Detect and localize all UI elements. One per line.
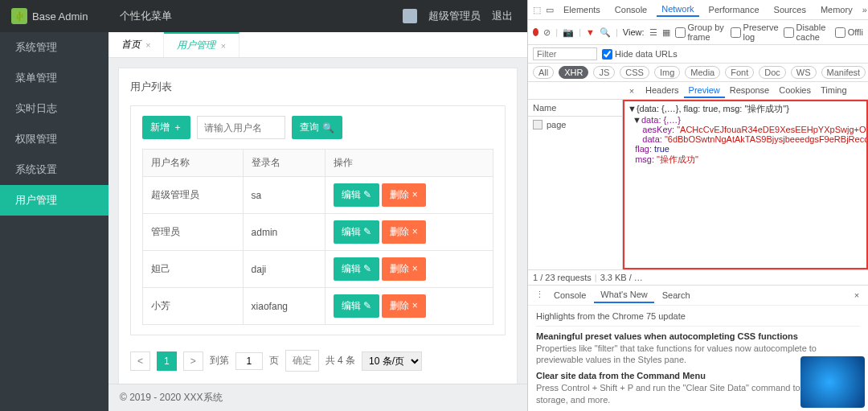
disable-cache-checkbox[interactable]: Disable cache xyxy=(784,23,830,42)
subtab-headers[interactable]: Headers xyxy=(641,84,684,98)
filter-icon[interactable]: ▼ xyxy=(586,27,595,38)
user-table: 用户名称 登录名 操作 超级管理员sa编辑 ✎ 删除 ×管理员admin编辑 ✎… xyxy=(142,149,493,325)
delete-button[interactable]: 删除 × xyxy=(382,294,425,318)
group-frame-checkbox[interactable]: Group by frame xyxy=(675,23,726,42)
more-tabs-icon[interactable]: » xyxy=(862,4,867,15)
footer: © 2019 - 2020 XXX系统 xyxy=(108,384,527,411)
pager-page-1[interactable]: 1 xyxy=(157,351,177,371)
filter-pill-ws[interactable]: WS xyxy=(791,66,817,79)
filter-pill-all[interactable]: All xyxy=(533,66,554,79)
subtab-timing[interactable]: Timing xyxy=(816,84,852,98)
search-icon: 🔍 xyxy=(322,122,334,134)
offline-checkbox[interactable]: Offli xyxy=(835,27,863,38)
delete-button[interactable]: 删除 × xyxy=(382,220,425,244)
nav-custom-menu[interactable]: 个性化菜单 xyxy=(108,9,183,23)
file-icon xyxy=(533,120,542,129)
devtab-performance[interactable]: Performance xyxy=(704,3,764,16)
add-button[interactable]: 新增＋ xyxy=(142,116,190,139)
pager-next[interactable]: > xyxy=(183,351,203,371)
cell-login: daji xyxy=(243,251,325,288)
device-icon[interactable]: ▭ xyxy=(546,4,554,15)
table-row: 小芳xiaofang编辑 ✎ 删除 × xyxy=(143,288,493,325)
edit-button[interactable]: 编辑 ✎ xyxy=(334,257,379,281)
sidebar-item-perm[interactable]: 权限管理 xyxy=(0,124,108,154)
clear-icon[interactable]: ⊘ xyxy=(543,27,551,38)
topbar: 🌵 Base Admin 个性化菜单 超级管理员 退出 xyxy=(0,0,527,32)
drawer-tab-whatsnew[interactable]: What's New xyxy=(594,287,653,303)
sidebar-item-user[interactable]: 用户管理 xyxy=(0,185,108,216)
cell-actions: 编辑 ✎ 删除 × xyxy=(325,251,493,288)
search-icon[interactable]: 🔍 xyxy=(600,27,611,38)
edit-button[interactable]: 编辑 ✎ xyxy=(334,294,379,318)
drawer-tab-console[interactable]: Console xyxy=(547,288,592,302)
filter-pill-img[interactable]: Img xyxy=(654,66,680,79)
tab-home[interactable]: 首页× xyxy=(108,32,164,57)
view-list-icon[interactable]: ☰ xyxy=(649,27,657,38)
camera-icon[interactable]: 📷 xyxy=(563,27,574,38)
filter-pill-font[interactable]: Font xyxy=(725,66,754,79)
close-preview-icon[interactable]: × xyxy=(626,85,637,97)
pager-goto-label: 到第 xyxy=(210,354,229,368)
drawer-tab-search[interactable]: Search xyxy=(656,288,697,302)
filter-pill-media[interactable]: Media xyxy=(685,66,720,79)
panel-title: 用户列表 xyxy=(130,80,506,94)
sidebar-item-system[interactable]: 系统管理 xyxy=(0,32,108,63)
devtab-memory[interactable]: Memory xyxy=(816,3,858,16)
brand[interactable]: 🌵 Base Admin xyxy=(0,8,108,24)
table-row: 超级管理员sa编辑 ✎ 删除 × xyxy=(143,177,493,214)
search-input[interactable] xyxy=(197,116,285,139)
search-button[interactable]: 查询🔍 xyxy=(292,116,342,139)
pager-size-select[interactable]: 10 条/页 xyxy=(362,351,422,371)
pager-confirm[interactable]: 确定 xyxy=(285,350,319,372)
view-grid-icon[interactable]: ▦ xyxy=(662,27,670,38)
inspect-icon[interactable]: ⬚ xyxy=(533,4,541,15)
tip1-heading: Meaningful preset values when autocomple… xyxy=(536,331,860,341)
filter-pill-js[interactable]: JS xyxy=(593,66,615,79)
drawer-highlights: Highlights from the Chrome 75 update xyxy=(536,310,860,327)
promo-image xyxy=(800,356,865,408)
user-role[interactable]: 超级管理员 xyxy=(428,9,481,23)
subtab-response[interactable]: Response xyxy=(725,84,775,98)
edit-button[interactable]: 编辑 ✎ xyxy=(334,220,379,244)
hide-data-urls-checkbox[interactable]: Hide data URLs xyxy=(602,49,678,60)
devtab-elements[interactable]: Elements xyxy=(559,3,605,16)
close-icon[interactable]: × xyxy=(220,41,225,51)
preserve-log-checkbox[interactable]: Preserve log xyxy=(731,23,779,42)
logout-link[interactable]: 退出 xyxy=(492,9,513,23)
filter-pill-doc[interactable]: Doc xyxy=(759,66,786,79)
close-icon[interactable]: × xyxy=(145,40,150,50)
subtab-cookies[interactable]: Cookies xyxy=(774,84,816,98)
filter-pill-manifest[interactable]: Manifest xyxy=(821,66,866,79)
devtab-network[interactable]: Network xyxy=(657,2,698,17)
delete-button[interactable]: 删除 × xyxy=(382,257,425,281)
cell-username: 妲己 xyxy=(143,251,244,288)
devtab-sources[interactable]: Sources xyxy=(769,3,811,16)
devtab-console[interactable]: Console xyxy=(610,3,652,16)
avatar[interactable] xyxy=(403,9,417,23)
sidebar-item-log[interactable]: 实时日志 xyxy=(0,93,108,124)
record-icon[interactable] xyxy=(533,28,538,36)
edit-button[interactable]: 编辑 ✎ xyxy=(334,183,379,207)
delete-button[interactable]: 删除 × xyxy=(382,183,425,207)
kebab-icon[interactable]: ⋮ xyxy=(533,290,546,301)
filter-input[interactable] xyxy=(533,47,597,60)
subtab-preview[interactable]: Preview xyxy=(684,84,725,98)
filter-pill-xhr[interactable]: XHR xyxy=(559,66,588,79)
pager-goto-input[interactable] xyxy=(235,352,263,370)
sidebar-item-menu[interactable]: 菜单管理 xyxy=(0,63,108,93)
table-row: 妲己daji编辑 ✎ 删除 × xyxy=(143,251,493,288)
cell-actions: 编辑 ✎ 删除 × xyxy=(325,177,493,214)
view-label: View: xyxy=(623,27,645,37)
pager-prev[interactable]: < xyxy=(130,351,150,371)
cell-login: xiaofang xyxy=(243,288,325,325)
cell-username: 超级管理员 xyxy=(143,177,244,214)
filter-pill-css[interactable]: CSS xyxy=(620,66,649,79)
cell-username: 小芳 xyxy=(143,288,244,325)
request-row[interactable]: page xyxy=(528,117,622,133)
cell-login: admin xyxy=(243,214,325,251)
user-panel: 用户列表 新增＋ 查询🔍 用户名称 登录名 操作 xyxy=(118,68,518,384)
tab-user[interactable]: 用户管理× xyxy=(164,32,239,57)
preview-pane[interactable]: ▼{data: {,…}, flag: true, msg: "操作成功"} ▼… xyxy=(623,100,868,269)
close-icon[interactable]: × xyxy=(850,290,863,301)
sidebar-item-settings[interactable]: 系统设置 xyxy=(0,154,108,185)
